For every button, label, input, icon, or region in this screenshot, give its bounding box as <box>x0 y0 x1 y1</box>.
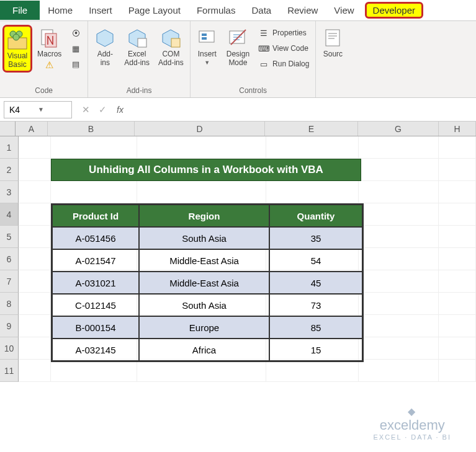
name-box[interactable]: K4 ▼ <box>4 101 72 118</box>
macros-button[interactable]: Macros ⚠ <box>34 25 65 73</box>
table-cell[interactable]: South Asia <box>139 227 269 249</box>
row-header-7[interactable]: 7 <box>0 270 19 293</box>
cancel-icon[interactable]: ✕ <box>82 104 90 115</box>
properties-button[interactable]: ☰Properties <box>254 26 313 40</box>
design-mode-label: Design Mode <box>227 50 249 68</box>
warning-icon: ⚠ <box>45 60 53 71</box>
table-cell[interactable]: A-051456 <box>52 227 139 249</box>
row-header-10[interactable]: 10 <box>0 337 19 360</box>
table-cell[interactable]: A-032145 <box>52 339 139 361</box>
watermark-sub: EXCEL · DATA · BI <box>374 433 452 441</box>
tab-formulas[interactable]: Formulas <box>189 1 244 20</box>
svg-marker-6 <box>97 30 113 47</box>
tab-review[interactable]: Review <box>279 1 326 20</box>
row-header-8[interactable]: 8 <box>0 293 19 315</box>
tab-file[interactable]: File <box>0 1 40 20</box>
run-dialog-icon: ▭ <box>258 58 269 69</box>
tab-page-layout[interactable]: Page Layout <box>120 1 189 20</box>
use-relative-button[interactable]: ▦ <box>66 42 85 55</box>
tab-view[interactable]: View <box>326 1 362 20</box>
formula-input[interactable] <box>127 102 472 118</box>
insert-button[interactable]: Insert ▼ <box>193 25 222 69</box>
com-addins-icon <box>160 27 181 48</box>
tab-developer[interactable]: Developer <box>365 2 423 19</box>
group-addins-label: Add-ins <box>127 85 152 97</box>
run-dialog-button[interactable]: ▭Run Dialog <box>254 57 313 71</box>
table-cell[interactable]: A-021547 <box>52 249 139 272</box>
row-headers: 1234567891011 <box>0 136 19 382</box>
column-header-B[interactable]: B <box>48 122 135 136</box>
table-cell[interactable]: 73 <box>269 294 362 316</box>
row-header-6[interactable]: 6 <box>0 248 19 270</box>
row-header-4[interactable]: 4 <box>0 203 19 226</box>
record-macro-button[interactable]: ⦿ <box>66 26 85 40</box>
svg-rect-10 <box>171 38 180 47</box>
macros-label: Macros <box>37 50 61 58</box>
svg-rect-13 <box>202 37 207 40</box>
formula-bar: K4 ▼ ✕ ✓ fx <box>0 98 476 122</box>
table-cell[interactable]: C-012145 <box>52 294 139 316</box>
table-cell[interactable]: Middle-East Asia <box>139 249 269 272</box>
group-xml: Sourc <box>316 21 349 97</box>
com-addins-button[interactable]: COM Add-ins <box>155 25 187 70</box>
table-cell[interactable]: 35 <box>269 227 362 249</box>
table-cell[interactable]: B-000154 <box>52 316 139 339</box>
com-addins-label: COM Add-ins <box>158 50 184 68</box>
watermark: ◆ exceldemy EXCEL · DATA · BI <box>374 405 452 441</box>
table-cell[interactable]: 54 <box>269 249 362 272</box>
table-cell[interactable]: A-031021 <box>52 272 139 294</box>
chevron-down-icon[interactable]: ▼ <box>38 106 66 113</box>
svg-rect-12 <box>202 33 207 36</box>
table-cell[interactable]: 45 <box>269 272 362 294</box>
design-mode-button[interactable]: Design Mode <box>223 25 253 70</box>
excel-addins-icon <box>127 27 148 48</box>
macro-security-button[interactable]: ▤ <box>66 57 85 71</box>
row-header-2[interactable]: 2 <box>0 159 19 181</box>
view-code-icon: ⌨ <box>258 43 269 54</box>
table-row: A-021547Middle-East Asia54 <box>52 249 362 272</box>
insert-icon <box>197 27 218 48</box>
row-header-11[interactable]: 11 <box>0 360 19 382</box>
tab-home[interactable]: Home <box>40 1 81 20</box>
visual-basic-button[interactable]: Visual Basic <box>2 25 32 73</box>
insert-label: Insert <box>198 50 217 58</box>
column-header-E[interactable]: E <box>265 122 358 136</box>
chevron-down-icon: ▼ <box>204 60 210 66</box>
view-code-button[interactable]: ⌨View Code <box>254 42 313 55</box>
column-header-G[interactable]: G <box>358 122 439 136</box>
design-mode-icon <box>227 27 248 48</box>
select-all-corner[interactable] <box>0 122 16 136</box>
source-icon <box>322 27 343 48</box>
fx-icon[interactable]: fx <box>117 105 123 115</box>
row-header-3[interactable]: 3 <box>0 181 19 203</box>
enter-icon[interactable]: ✓ <box>99 104 107 115</box>
table-header: Product Id <box>52 205 139 227</box>
column-header-H[interactable]: H <box>439 122 476 136</box>
row-header-1[interactable]: 1 <box>0 136 19 159</box>
table-cell[interactable]: Europe <box>139 316 269 339</box>
table-cell[interactable]: South Asia <box>139 294 269 316</box>
column-header-D[interactable]: D <box>135 122 265 136</box>
table-row: B-000154Europe85 <box>52 316 362 339</box>
table-header: Quantity <box>269 205 362 227</box>
table-row: A-051456South Asia35 <box>52 227 362 249</box>
table-cell[interactable]: 85 <box>269 316 362 339</box>
addins-icon <box>94 27 115 48</box>
group-controls-label: Controls <box>239 85 267 97</box>
source-button[interactable]: Sourc <box>318 25 347 61</box>
record-macro-icon: ⦿ <box>70 27 81 38</box>
excel-addins-button[interactable]: Excel Add-ins <box>120 25 153 70</box>
table-cell[interactable]: Africa <box>139 339 269 361</box>
properties-icon: ☰ <box>258 27 269 38</box>
row-header-5[interactable]: 5 <box>0 226 19 248</box>
addins-button[interactable]: Add- ins <box>91 25 119 70</box>
row-header-9[interactable]: 9 <box>0 315 19 337</box>
table-cell[interactable]: 15 <box>269 339 362 361</box>
column-header-A[interactable]: A <box>16 122 48 136</box>
tab-data[interactable]: Data <box>243 1 279 20</box>
svg-rect-5 <box>45 33 56 47</box>
column-headers: ABDEGH <box>0 122 476 136</box>
visual-basic-label: Visual Basic <box>7 51 27 69</box>
table-cell[interactable]: Middle-East Asia <box>139 272 269 294</box>
tab-insert[interactable]: Insert <box>81 1 120 20</box>
